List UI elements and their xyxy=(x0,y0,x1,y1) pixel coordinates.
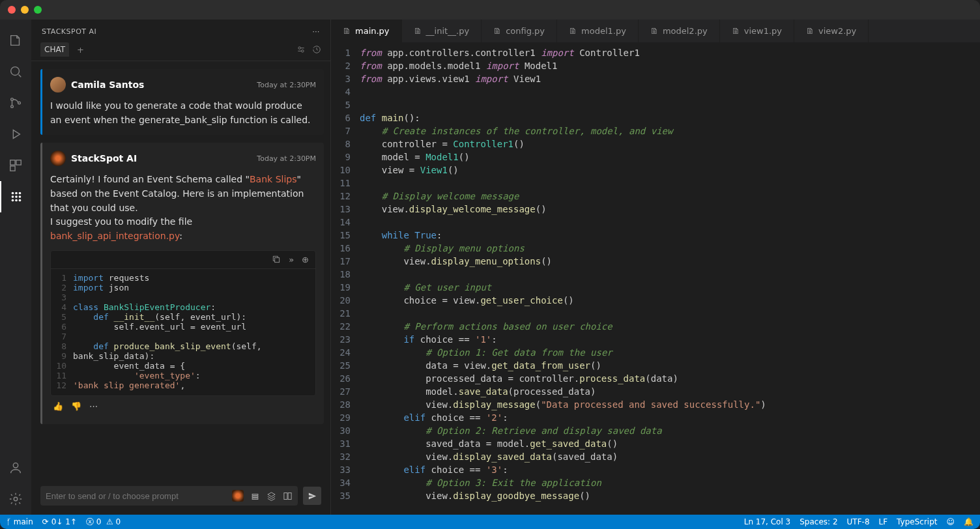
thumbs-down-icon[interactable]: 👎 xyxy=(71,401,81,411)
svg-rect-21 xyxy=(252,494,258,495)
svg-rect-5 xyxy=(16,160,21,165)
editor-tab[interactable]: 🗎model2.py xyxy=(639,20,720,42)
file-icon: 🗎 xyxy=(650,26,659,36)
indent-setting[interactable]: Spaces: 2 xyxy=(800,517,837,526)
send-button[interactable] xyxy=(303,487,321,505)
code-line: 35 view.display_goodbye_message() xyxy=(331,489,980,502)
insert-icon[interactable]: » xyxy=(289,255,294,264)
svg-point-19 xyxy=(302,50,304,53)
sync-indicator[interactable]: ⟳ 0↓ 1↑ xyxy=(42,517,77,526)
chat-input[interactable] xyxy=(46,491,232,501)
stack-icon[interactable] xyxy=(250,491,260,501)
eol[interactable]: LF xyxy=(879,517,888,526)
svg-point-12 xyxy=(19,195,22,198)
msg-time: Today at 2:30PM xyxy=(257,154,316,163)
snippet-line: 6 self.event_url = event_url xyxy=(51,322,315,332)
code-line: 13 view.display_welcome_message() xyxy=(331,203,980,216)
window-min-icon[interactable] xyxy=(21,6,29,14)
svg-point-14 xyxy=(15,199,18,202)
code-line: 18 xyxy=(331,268,980,281)
source-control-icon[interactable] xyxy=(0,87,31,119)
svg-point-9 xyxy=(19,192,22,195)
history-icon[interactable] xyxy=(312,45,321,54)
svg-point-1 xyxy=(11,98,14,101)
code-line: 30 # Option 2: Retrieve and display save… xyxy=(331,424,980,437)
add-tab-icon[interactable]: + xyxy=(74,44,87,56)
code-line: 17 view.display_menu_options() xyxy=(331,255,980,268)
file-icon: 🗎 xyxy=(806,26,814,36)
editor-tab[interactable]: 🗎model1.py xyxy=(557,20,639,42)
svg-rect-22 xyxy=(252,496,258,497)
split-icon[interactable] xyxy=(283,491,293,501)
snippet-line: 4class BankSlipEventProducer: xyxy=(51,302,315,312)
editor-tab[interactable]: 🗎view1.py xyxy=(720,20,794,42)
thumbs-up-icon[interactable]: 👍 xyxy=(53,401,63,411)
window-close-icon[interactable] xyxy=(8,6,16,14)
code-line: 24 # Option 1: Get data from the user xyxy=(331,346,980,359)
copy-icon[interactable] xyxy=(272,255,281,264)
snippet-line: 12'bank slip generated', xyxy=(51,380,315,390)
gear-icon[interactable] xyxy=(0,483,31,515)
snippet-line: 9bank_slip_data): xyxy=(51,351,315,361)
window-max-icon[interactable] xyxy=(34,6,42,14)
editor-tab[interactable]: 🗎config.py xyxy=(482,20,557,42)
code-line: 22 # Perform actions based on user choic… xyxy=(331,320,980,333)
code-area[interactable]: 1from app.controllers.controller1 import… xyxy=(331,42,980,515)
extensions-icon[interactable] xyxy=(0,150,31,181)
chat-message-user: Camila Santos Today at 2:30PM I would li… xyxy=(40,69,324,135)
chat-message-ai: StackSpot AI Today at 2:30PM Certainly! … xyxy=(40,143,324,423)
svg-rect-24 xyxy=(284,493,287,499)
svg-point-11 xyxy=(15,195,18,198)
avatar xyxy=(50,150,66,166)
svg-rect-6 xyxy=(10,166,15,171)
chat-settings-icon[interactable] xyxy=(296,45,306,54)
svg-point-8 xyxy=(15,192,18,195)
encoding[interactable]: UTF-8 xyxy=(847,517,870,526)
editor-tab[interactable]: 🗎view2.py xyxy=(794,20,869,42)
editor-tab[interactable]: 🗎main.py xyxy=(331,20,402,42)
problems-indicator[interactable]: ⓧ 0 ⚠ 0 xyxy=(86,517,121,528)
file-icon: 🗎 xyxy=(569,26,577,36)
explorer-icon[interactable] xyxy=(0,25,31,56)
language-mode[interactable]: TypeScript xyxy=(897,517,937,526)
editor-tab[interactable]: 🗎__init__.py xyxy=(402,20,482,42)
more-icon[interactable]: ⋯ xyxy=(313,27,321,36)
svg-point-0 xyxy=(11,67,20,76)
context-icon[interactable] xyxy=(232,490,244,502)
svg-rect-20 xyxy=(275,257,280,262)
notifications-icon[interactable]: 🔔 xyxy=(964,517,973,526)
svg-point-13 xyxy=(12,199,14,202)
svg-rect-23 xyxy=(252,498,258,499)
code-line: 25 data = view.get_data_from_user() xyxy=(331,359,980,372)
snippet-line: 1import requests xyxy=(51,273,315,283)
svg-rect-25 xyxy=(288,493,291,499)
tab-chat[interactable]: CHAT xyxy=(40,42,69,57)
msg-name: Camila Santos xyxy=(71,79,144,90)
more-icon[interactable]: ⋯ xyxy=(89,401,98,411)
chat-input-container xyxy=(40,486,298,506)
branch-indicator[interactable]: ᚶ main xyxy=(7,517,33,526)
snippet-line: 11 'event_type': xyxy=(51,371,315,380)
debug-icon[interactable] xyxy=(0,119,31,150)
snippet-line: 8 def produce_bank_slip_event(self, xyxy=(51,341,315,351)
account-icon[interactable] xyxy=(0,452,31,483)
stackspot-icon[interactable] xyxy=(0,181,31,212)
code-line: 12 # Display welcome message xyxy=(331,190,980,203)
code-line: 4 xyxy=(331,85,980,98)
code-line: 11 xyxy=(331,177,980,190)
svg-rect-4 xyxy=(10,160,15,165)
feedback-icon[interactable]: ☺ xyxy=(946,517,955,526)
add-icon[interactable]: ⊕ xyxy=(302,255,309,264)
svg-point-16 xyxy=(13,463,18,468)
activity-bar xyxy=(0,20,31,515)
search-icon[interactable] xyxy=(0,56,31,87)
svg-point-17 xyxy=(14,497,18,501)
cursor-position[interactable]: Ln 17, Col 3 xyxy=(744,517,791,526)
sidebar-title: STACKSPOT AI xyxy=(42,27,96,36)
code-line: 33 elif choice == '3': xyxy=(331,463,980,476)
code-line: 29 elif choice == '2': xyxy=(331,411,980,424)
code-line: 6def main(): xyxy=(331,111,980,124)
layers-icon[interactable] xyxy=(267,491,276,501)
status-bar: ᚶ main ⟳ 0↓ 1↑ ⓧ 0 ⚠ 0 Ln 17, Col 3 Spac… xyxy=(0,515,980,529)
svg-point-10 xyxy=(12,195,14,198)
